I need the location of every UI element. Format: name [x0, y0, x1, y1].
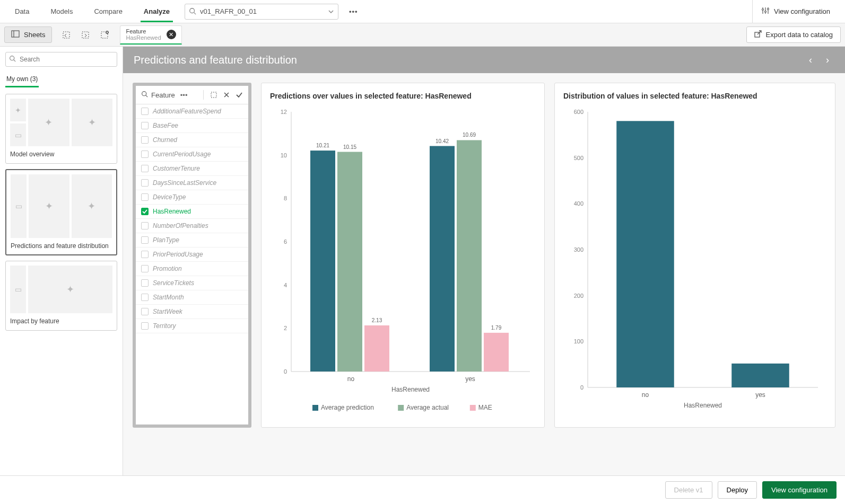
feature-item-label: CurrentPeriodUsage: [153, 151, 211, 158]
tab-models[interactable]: Models: [42, 1, 81, 22]
feature-item-label: PlanType: [153, 236, 179, 244]
chevron-down-icon[interactable]: [328, 8, 334, 16]
prev-sheet-arrow[interactable]: ‹: [804, 53, 817, 67]
checkbox-icon[interactable]: [141, 108, 149, 115]
view-configuration-button[interactable]: View configuration: [762, 481, 837, 499]
main-area: My own (3) ✦▭ ✦ ✦ Model overview ▭ ✦ ✦ P…: [0, 47, 845, 475]
search-icon[interactable]: [141, 91, 148, 99]
checkbox-icon[interactable]: [141, 122, 149, 129]
forward-selection-icon[interactable]: [79, 28, 92, 42]
feature-item[interactable]: Churned: [136, 133, 248, 147]
checkbox-icon[interactable]: [141, 265, 149, 272]
checkbox-icon[interactable]: [141, 322, 149, 330]
svg-text:Average prediction: Average prediction: [321, 404, 374, 411]
feature-item[interactable]: NumberOfPenalties: [136, 219, 248, 233]
svg-point-15: [10, 56, 14, 60]
feature-item[interactable]: ServiceTickets: [136, 276, 248, 290]
svg-text:2.13: 2.13: [372, 317, 382, 323]
model-search-input[interactable]: [185, 4, 338, 20]
svg-rect-29: [310, 151, 335, 372]
feature-item[interactable]: BaseFee: [136, 119, 248, 133]
checkbox-icon[interactable]: [141, 165, 149, 172]
feature-item[interactable]: Territory: [136, 319, 248, 333]
sheet-card-predictions[interactable]: ▭ ✦ ✦ Predictions and feature distributi…: [5, 169, 117, 256]
svg-text:400: 400: [574, 200, 583, 207]
svg-text:200: 200: [574, 293, 583, 299]
feature-item-label: DeviceType: [153, 193, 186, 201]
checkbox-icon[interactable]: [141, 236, 149, 244]
checkbox-icon[interactable]: [141, 222, 149, 229]
feature-item[interactable]: DaysSinceLastService: [136, 176, 248, 190]
topnav-tabs: Data Models Compare Analyze: [6, 1, 178, 22]
feature-item[interactable]: Promotion: [136, 262, 248, 276]
svg-text:Average actual: Average actual: [406, 404, 449, 411]
tab-data[interactable]: Data: [6, 1, 38, 22]
feature-item[interactable]: AdditionalFeatureSpend: [136, 104, 248, 119]
export-data-button[interactable]: Export data to catalog: [746, 26, 841, 43]
confirm-feature-icon[interactable]: [236, 90, 243, 100]
checkbox-icon[interactable]: [141, 294, 149, 301]
feature-item-label: AdditionalFeatureSpend: [153, 108, 221, 115]
selection-toolbar: [59, 28, 111, 42]
checkbox-icon[interactable]: [141, 208, 149, 215]
delete-button[interactable]: Delete v1: [665, 481, 712, 499]
predictions-chart[interactable]: 02468101210.2110.152.13no10.4210.691.79y…: [270, 107, 535, 419]
feature-item[interactable]: StartWeek: [136, 305, 248, 319]
more-actions[interactable]: •••: [346, 4, 361, 19]
feature-item[interactable]: PriorPeriodUsage: [136, 247, 248, 262]
close-feature-icon[interactable]: [223, 90, 230, 100]
feature-item-label: ServiceTickets: [153, 279, 194, 287]
sidebar-tab-myown[interactable]: My own (3): [5, 72, 39, 87]
svg-rect-31: [337, 152, 362, 372]
checkbox-icon[interactable]: [141, 279, 149, 287]
sidebar-search-input[interactable]: [5, 52, 117, 67]
svg-text:0: 0: [580, 384, 583, 391]
checkbox-icon[interactable]: [141, 136, 149, 144]
feature-item[interactable]: CurrentPeriodUsage: [136, 147, 248, 162]
svg-text:no: no: [347, 375, 355, 383]
sheet-card-impact[interactable]: ▭ ✦ Impact by feature: [5, 261, 117, 331]
back-selection-icon[interactable]: [59, 28, 73, 42]
distribution-chart[interactable]: 0100200300400500600noyesHasRenewed: [563, 107, 823, 419]
svg-text:10.42: 10.42: [435, 138, 449, 144]
feature-item[interactable]: StartMonth: [136, 290, 248, 305]
sheet-label: Impact by feature: [10, 317, 112, 326]
sheet-banner: Predictions and feature distribution ‹ ›: [123, 47, 845, 73]
svg-text:100: 100: [574, 338, 583, 344]
svg-text:1.79: 1.79: [491, 325, 502, 331]
svg-text:no: no: [642, 391, 649, 399]
clear-selection-icon[interactable]: [98, 28, 111, 42]
sliders-icon: [761, 6, 770, 16]
sheets-label: Sheets: [24, 31, 45, 39]
deploy-button[interactable]: Deploy: [718, 481, 757, 499]
checkbox-icon[interactable]: [141, 151, 149, 158]
feature-filter-tab[interactable]: Feature HasRenewed ✕: [120, 25, 181, 45]
feature-list-panel: Feature ••• AdditionalFeatureSpendBaseFe…: [133, 83, 251, 428]
svg-text:10.15: 10.15: [343, 144, 356, 150]
footer-bar: Delete v1 Deploy View configuration: [0, 475, 845, 504]
checkbox-icon[interactable]: [141, 179, 149, 187]
feature-panel-more[interactable]: •••: [180, 91, 188, 99]
distribution-chart-panel: Distribution of values in selected featu…: [554, 83, 835, 428]
view-configuration-top[interactable]: View configuration: [752, 0, 839, 23]
feature-item-label: Territory: [153, 322, 176, 330]
feature-item[interactable]: PlanType: [136, 233, 248, 247]
sheet-card-model-overview[interactable]: ✦▭ ✦ ✦ Model overview: [5, 94, 117, 164]
tab-compare[interactable]: Compare: [85, 1, 130, 22]
feature-item[interactable]: DeviceType: [136, 190, 248, 205]
close-icon[interactable]: ✕: [167, 30, 176, 39]
svg-text:2: 2: [284, 325, 287, 331]
feature-item-label: BaseFee: [153, 122, 178, 129]
checkbox-icon[interactable]: [141, 193, 149, 201]
checkbox-icon[interactable]: [141, 308, 149, 315]
tab-analyze[interactable]: Analyze: [135, 1, 178, 22]
selection-tool-icon[interactable]: [210, 90, 217, 100]
feature-item[interactable]: HasRenewed: [136, 205, 248, 219]
feature-item-label: DaysSinceLastService: [153, 179, 216, 187]
svg-text:10.69: 10.69: [463, 132, 476, 138]
next-sheet-arrow[interactable]: ›: [821, 53, 834, 67]
checkbox-icon[interactable]: [141, 251, 149, 258]
sheets-button[interactable]: Sheets: [4, 26, 52, 43]
feature-item[interactable]: CustomerTenure: [136, 162, 248, 176]
feature-item-label: StartMonth: [153, 294, 184, 301]
